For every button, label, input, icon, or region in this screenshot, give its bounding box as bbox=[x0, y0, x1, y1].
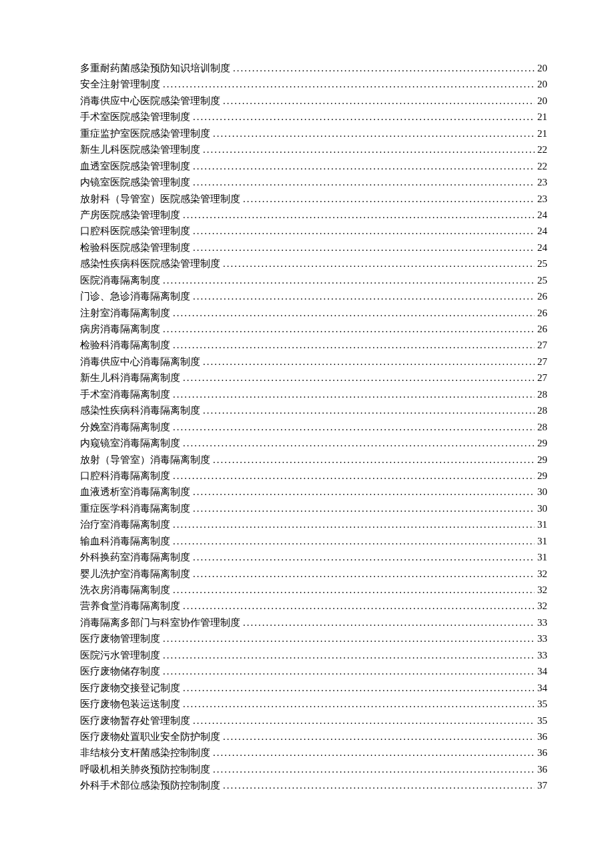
toc-entry: 感染性疾病科医院感染管理制度25 bbox=[80, 256, 547, 272]
toc-leader-dots bbox=[233, 60, 535, 76]
toc-entry: 输血科消毒隔离制度31 bbox=[80, 533, 547, 549]
toc-entry-page: 24 bbox=[537, 223, 547, 239]
toc-entry-title: 产房医院感染管理制度 bbox=[80, 207, 180, 223]
toc-entry-page: 35 bbox=[537, 713, 547, 729]
toc-entry-page: 28 bbox=[537, 419, 547, 435]
toc-leader-dots bbox=[173, 337, 535, 353]
toc-leader-dots bbox=[243, 191, 535, 207]
toc-entry: 消毒供应中心医院感染管理制度20 bbox=[80, 93, 547, 109]
toc-leader-dots bbox=[193, 158, 535, 174]
toc-entry-title: 手术室消毒隔离制度 bbox=[80, 386, 170, 402]
toc-entry-page: 24 bbox=[537, 207, 547, 223]
toc-entry: 医疗废物交接登记制度34 bbox=[80, 680, 547, 696]
toc-entry-title: 注射室消毒隔离制度 bbox=[80, 305, 170, 321]
toc-entry-title: 呼吸机相关肺炎预防控制制度 bbox=[80, 761, 210, 777]
toc-entry: 医疗废物处置职业安全防护制度36 bbox=[80, 729, 547, 745]
toc-entry-title: 内窥镜室消毒隔离制度 bbox=[80, 435, 180, 451]
toc-leader-dots bbox=[173, 305, 535, 321]
toc-entry-page: 32 bbox=[537, 566, 547, 582]
toc-leader-dots bbox=[223, 729, 535, 745]
toc-entry-page: 30 bbox=[537, 484, 547, 500]
toc-leader-dots bbox=[163, 272, 535, 288]
toc-entry-title: 消毒供应中心消毒隔离制度 bbox=[80, 354, 200, 370]
toc-entry-title: 消毒供应中心医院感染管理制度 bbox=[80, 93, 220, 109]
toc-entry-page: 33 bbox=[537, 647, 547, 663]
toc-leader-dots bbox=[193, 500, 535, 516]
toc-entry-title: 放射科（导管室）医院感染管理制度 bbox=[80, 191, 240, 207]
toc-entry-page: 31 bbox=[537, 533, 547, 549]
toc-entry: 医疗废物暂存处管理制度35 bbox=[80, 713, 547, 729]
toc-leader-dots bbox=[183, 598, 535, 614]
toc-entry: 安全注射管理制度20 bbox=[80, 76, 547, 92]
toc-entry-title: 血液透析室消毒隔离制度 bbox=[80, 484, 190, 500]
toc-entry-title: 非结核分支杆菌感染控制制度 bbox=[80, 745, 210, 761]
toc-entry-page: 28 bbox=[537, 402, 547, 418]
toc-entry-title: 多重耐药菌感染预防知识培训制度 bbox=[80, 60, 230, 76]
toc-entry: 检验科医院感染管理制度24 bbox=[80, 240, 547, 256]
toc-entry-title: 安全注射管理制度 bbox=[80, 76, 160, 92]
toc-entry-title: 血透室医院感染管理制度 bbox=[80, 158, 190, 174]
toc-entry-title: 新生儿科消毒隔离制度 bbox=[80, 370, 180, 386]
table-of-contents: 多重耐药菌感染预防知识培训制度20安全注射管理制度20消毒供应中心医院感染管理制… bbox=[80, 60, 547, 794]
toc-entry-page: 29 bbox=[537, 468, 547, 484]
toc-entry-title: 分娩室消毒隔离制度 bbox=[80, 419, 170, 435]
toc-entry-page: 26 bbox=[537, 305, 547, 321]
toc-leader-dots bbox=[173, 419, 535, 435]
toc-entry: 内窥镜室消毒隔离制度29 bbox=[80, 435, 547, 451]
toc-entry-page: 29 bbox=[537, 435, 547, 451]
toc-entry-title: 新生儿科医院感染管理制度 bbox=[80, 141, 200, 157]
toc-leader-dots bbox=[173, 533, 535, 549]
toc-entry-page: 20 bbox=[537, 76, 547, 92]
toc-entry: 医疗废物包装运送制度35 bbox=[80, 696, 547, 712]
toc-entry-page: 31 bbox=[537, 516, 547, 532]
toc-entry: 病房消毒隔离制度26 bbox=[80, 321, 547, 337]
toc-entry: 手术室消毒隔离制度28 bbox=[80, 386, 547, 402]
toc-entry: 手术室医院感染管理制度21 bbox=[80, 109, 547, 125]
toc-entry-page: 32 bbox=[537, 598, 547, 614]
toc-leader-dots bbox=[223, 256, 535, 272]
toc-entry-title: 消毒隔离多部门与科室协作管理制度 bbox=[80, 614, 240, 630]
toc-entry-page: 23 bbox=[537, 191, 547, 207]
toc-entry-page: 27 bbox=[537, 370, 547, 386]
toc-entry-page: 27 bbox=[537, 354, 547, 370]
toc-entry-title: 检验科消毒隔离制度 bbox=[80, 337, 170, 353]
toc-entry: 血液透析室消毒隔离制度30 bbox=[80, 484, 547, 500]
toc-leader-dots bbox=[213, 761, 535, 777]
toc-entry-page: 25 bbox=[537, 272, 547, 288]
toc-entry: 医院消毒隔离制度25 bbox=[80, 272, 547, 288]
toc-leader-dots bbox=[163, 647, 535, 663]
toc-entry-page: 22 bbox=[537, 158, 547, 174]
toc-leader-dots bbox=[163, 630, 535, 646]
toc-entry: 口腔科医院感染管理制度24 bbox=[80, 223, 547, 239]
toc-entry-title: 检验科医院感染管理制度 bbox=[80, 240, 190, 256]
toc-leader-dots bbox=[163, 321, 535, 337]
toc-entry-title: 医疗废物储存制度 bbox=[80, 663, 160, 679]
toc-leader-dots bbox=[193, 484, 535, 500]
toc-leader-dots bbox=[173, 468, 535, 484]
toc-entry-title: 医疗废物管理制度 bbox=[80, 630, 160, 646]
toc-leader-dots bbox=[193, 713, 535, 729]
toc-entry: 口腔科消毒隔离制度29 bbox=[80, 468, 547, 484]
toc-entry-page: 22 bbox=[537, 141, 547, 157]
toc-entry: 新生儿科消毒隔离制度27 bbox=[80, 370, 547, 386]
toc-entry: 外科手术部位感染预防控制制度37 bbox=[80, 777, 547, 793]
toc-entry-page: 26 bbox=[537, 321, 547, 337]
toc-entry: 放射科（导管室）医院感染管理制度23 bbox=[80, 191, 547, 207]
toc-entry: 分娩室消毒隔离制度28 bbox=[80, 419, 547, 435]
toc-leader-dots bbox=[203, 141, 535, 157]
toc-entry-page: 26 bbox=[537, 288, 547, 304]
toc-entry: 呼吸机相关肺炎预防控制制度36 bbox=[80, 761, 547, 777]
toc-entry: 产房医院感染管理制度24 bbox=[80, 207, 547, 223]
toc-entry-title: 医疗废物处置职业安全防护制度 bbox=[80, 729, 220, 745]
toc-leader-dots bbox=[243, 614, 535, 630]
toc-entry-page: 28 bbox=[537, 386, 547, 402]
toc-entry: 医疗废物管理制度33 bbox=[80, 630, 547, 646]
toc-leader-dots bbox=[213, 125, 535, 141]
toc-leader-dots bbox=[183, 435, 535, 451]
toc-entry-page: 21 bbox=[537, 109, 547, 125]
toc-leader-dots bbox=[203, 354, 535, 370]
toc-entry-page: 20 bbox=[537, 60, 547, 76]
toc-leader-dots bbox=[173, 386, 535, 402]
toc-leader-dots bbox=[213, 452, 535, 468]
toc-entry-title: 治疗室消毒隔离制度 bbox=[80, 516, 170, 532]
